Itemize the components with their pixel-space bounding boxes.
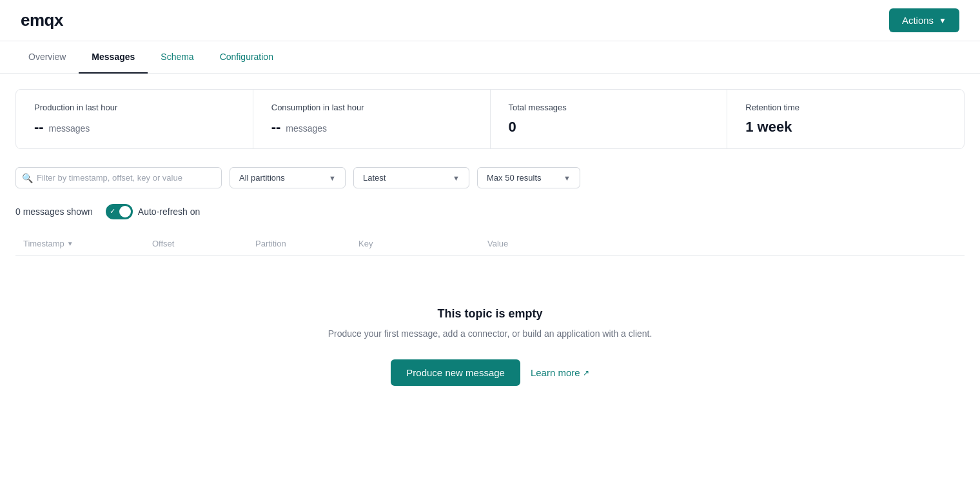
external-link-icon: ↗ bbox=[583, 368, 589, 377]
search-input[interactable] bbox=[15, 167, 222, 188]
stat-consumption: Consumption in last hour -- messages bbox=[253, 90, 491, 148]
stat-retention: Retention time 1 week bbox=[727, 90, 964, 148]
tab-overview[interactable]: Overview bbox=[15, 41, 79, 74]
filters-row: 🔍 All partitions ▼ Latest ▼ Max 50 resul… bbox=[15, 167, 965, 188]
autorefresh-toggle[interactable]: ✓ bbox=[106, 204, 133, 219]
stat-production: Production in last hour -- messages bbox=[16, 90, 253, 148]
stat-consumption-label: Consumption in last hour bbox=[271, 103, 472, 112]
empty-title: This topic is empty bbox=[437, 307, 542, 321]
stat-total-label: Total messages bbox=[509, 103, 709, 112]
actions-label: Actions bbox=[902, 15, 934, 26]
sort-icon: ▼ bbox=[67, 240, 74, 247]
main-content: Production in last hour -- messages Cons… bbox=[0, 74, 980, 427]
header: emqx Actions ▼ bbox=[0, 0, 980, 41]
messages-count: 0 messages shown bbox=[15, 206, 93, 217]
stat-total-value: 0 bbox=[509, 119, 709, 136]
stat-production-label: Production in last hour bbox=[34, 103, 235, 112]
tab-configuration[interactable]: Configuration bbox=[207, 41, 286, 74]
tabs-nav: Overview Messages Schema Configuration bbox=[0, 41, 980, 74]
col-header-value: Value bbox=[480, 239, 965, 248]
empty-actions: Produce new message Learn more ↗ bbox=[391, 359, 589, 386]
tab-messages[interactable]: Messages bbox=[79, 41, 148, 74]
learn-more-label: Learn more bbox=[531, 367, 580, 378]
partitions-select[interactable]: All partitions ▼ bbox=[230, 167, 346, 188]
col-header-timestamp[interactable]: Timestamp ▼ bbox=[15, 239, 144, 248]
search-icon: 🔍 bbox=[22, 173, 33, 183]
chevron-down-icon: ▼ bbox=[939, 16, 946, 25]
latest-label: Latest bbox=[363, 173, 386, 183]
stat-production-value: -- messages bbox=[34, 119, 235, 136]
stats-bar: Production in last hour -- messages Cons… bbox=[15, 89, 965, 149]
empty-state: This topic is empty Produce your first m… bbox=[15, 256, 965, 412]
stat-retention-value: 1 week bbox=[745, 119, 946, 136]
autorefresh-toggle-wrap: ✓ Auto-refresh on bbox=[106, 204, 201, 219]
results-select[interactable]: Max 50 results ▼ bbox=[477, 167, 580, 188]
stat-consumption-value: -- messages bbox=[271, 119, 472, 136]
empty-subtitle: Produce your first message, add a connec… bbox=[328, 328, 652, 339]
stat-retention-label: Retention time bbox=[745, 103, 946, 112]
produce-new-message-button[interactable]: Produce new message bbox=[391, 359, 520, 386]
autorefresh-label: Auto-refresh on bbox=[138, 206, 201, 217]
partitions-label: All partitions bbox=[239, 173, 285, 183]
actions-button[interactable]: Actions ▼ bbox=[889, 8, 959, 32]
partitions-chevron-icon: ▼ bbox=[329, 174, 336, 182]
learn-more-link[interactable]: Learn more ↗ bbox=[531, 367, 589, 378]
latest-select[interactable]: Latest ▼ bbox=[353, 167, 469, 188]
latest-chevron-icon: ▼ bbox=[453, 174, 460, 182]
results-label: Max 50 results bbox=[487, 173, 542, 183]
toggle-check-icon: ✓ bbox=[110, 207, 115, 216]
col-header-key: Key bbox=[351, 239, 480, 248]
col-header-partition: Partition bbox=[248, 239, 351, 248]
col-header-offset: Offset bbox=[144, 239, 248, 248]
tab-schema[interactable]: Schema bbox=[148, 41, 206, 74]
table-header: Timestamp ▼ Offset Partition Key Value bbox=[15, 232, 965, 256]
app-logo: emqx bbox=[21, 10, 63, 30]
search-wrap: 🔍 bbox=[15, 167, 222, 188]
stat-total: Total messages 0 bbox=[491, 90, 728, 148]
messages-meta: 0 messages shown ✓ Auto-refresh on bbox=[15, 204, 965, 219]
results-chevron-icon: ▼ bbox=[564, 174, 571, 182]
